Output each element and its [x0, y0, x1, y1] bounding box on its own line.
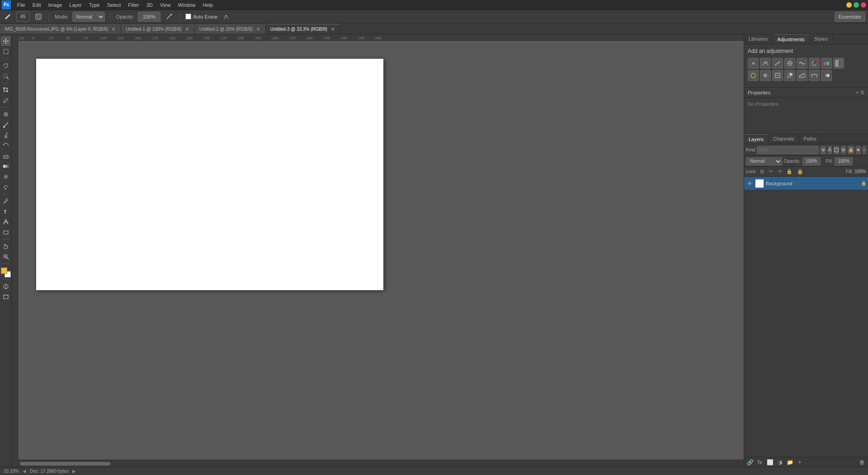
- tool-hand[interactable]: [1, 241, 11, 251]
- adj-icon-vibrance[interactable]: [797, 58, 807, 69]
- menu-type[interactable]: Type: [85, 1, 104, 9]
- adj-icon-invert[interactable]: [784, 70, 795, 81]
- scrollbar-thumb-h[interactable]: [20, 462, 110, 466]
- opacity-input[interactable]: [138, 12, 160, 22]
- essentials-button[interactable]: Essentials: [835, 12, 865, 22]
- properties-panel-header[interactable]: Properties » ☰: [744, 88, 868, 98]
- tab-close-img8938[interactable]: ✕: [111, 26, 116, 32]
- tab-close-untitled3[interactable]: ✕: [330, 26, 335, 32]
- tool-eraser[interactable]: [1, 151, 11, 161]
- adj-icon-gradient-map[interactable]: [821, 70, 832, 81]
- tool-shape[interactable]: [1, 227, 11, 237]
- properties-menu-icon[interactable]: ☰: [860, 90, 864, 95]
- tool-spot-heal[interactable]: [1, 109, 11, 119]
- adj-icon-hsl[interactable]: [809, 58, 820, 69]
- brush-size-icon[interactable]: 65: [16, 12, 30, 22]
- layer-delete-btn[interactable]: 🗑: [858, 458, 866, 466]
- tool-eyedropper[interactable]: [1, 95, 11, 105]
- layers-blend-select[interactable]: Normal Dissolve Multiply Screen: [746, 157, 782, 165]
- brush-preset-icon[interactable]: [33, 12, 43, 22]
- tool-blur[interactable]: [1, 172, 11, 182]
- status-arrow-right[interactable]: ▶: [72, 469, 76, 474]
- adj-tab-adjustments[interactable]: Adjustments: [773, 34, 810, 44]
- layers-tab-layers[interactable]: Layers: [744, 134, 769, 144]
- layer-new-btn[interactable]: +: [796, 458, 804, 466]
- auto-erase-checkbox[interactable]: [185, 14, 191, 19]
- tool-brush[interactable]: [1, 120, 11, 130]
- tool-crop[interactable]: [1, 85, 11, 95]
- color-swatches[interactable]: [1, 268, 11, 277]
- tab-close-untitled1[interactable]: ✕: [184, 26, 190, 32]
- adj-icon-bw[interactable]: [833, 58, 844, 69]
- tool-screen-mode[interactable]: [1, 292, 11, 302]
- status-arrow-left[interactable]: ◀: [23, 469, 26, 474]
- menu-filter[interactable]: Filter: [124, 1, 142, 9]
- layers-filter-icon6[interactable]: ★: [856, 146, 861, 154]
- adj-tab-styles[interactable]: Styles: [810, 34, 833, 44]
- tab-untitled2[interactable]: Untitled-2 @ 25% (RGB/8) ✕: [195, 24, 266, 34]
- lock-artboard-btn[interactable]: 🔒: [786, 168, 793, 175]
- tool-text[interactable]: T: [1, 207, 11, 216]
- lock-all-btn[interactable]: 🔒: [797, 168, 804, 175]
- canvas-scroll-area[interactable]: [18, 41, 744, 460]
- lock-position-btn[interactable]: ✛: [777, 168, 784, 175]
- window-close[interactable]: [861, 2, 866, 8]
- tool-move[interactable]: [1, 36, 11, 46]
- tool-marquee-rect[interactable]: [1, 47, 11, 56]
- adj-icon-channel-mixer[interactable]: [760, 70, 771, 81]
- menu-edit[interactable]: Edit: [29, 1, 45, 9]
- menu-view[interactable]: View: [156, 1, 175, 9]
- menu-window[interactable]: Window: [174, 1, 199, 9]
- layer-adjustment-btn[interactable]: ◑: [776, 458, 784, 466]
- menu-file[interactable]: File: [14, 1, 29, 9]
- adj-icon-colorbalance[interactable]: [821, 58, 832, 69]
- tool-gradient[interactable]: [1, 161, 11, 171]
- layers-filter-toggle[interactable]: ○: [863, 146, 866, 154]
- tab-close-untitled2[interactable]: ✕: [255, 26, 261, 32]
- layers-filter-icon2[interactable]: A: [828, 146, 832, 154]
- layer-mask-btn[interactable]: ⬜: [766, 458, 774, 466]
- properties-expand-icon[interactable]: »: [856, 90, 859, 95]
- adj-icon-threshold[interactable]: [809, 70, 820, 81]
- adj-icon-levels[interactable]: [760, 58, 771, 69]
- layer-group-btn[interactable]: 📁: [786, 458, 794, 466]
- adj-icon-color-lookup[interactable]: [772, 70, 783, 81]
- adj-icon-curves[interactable]: [772, 58, 783, 69]
- tab-img8938[interactable]: IMG_8938-Recovered.JPG @ 4% (Layer 0, RG…: [0, 24, 121, 34]
- adj-icon-photo-filter[interactable]: [748, 70, 759, 81]
- menu-help[interactable]: Help: [199, 1, 217, 9]
- tool-path-select[interactable]: [1, 217, 11, 227]
- tool-stamp[interactable]: [1, 130, 11, 140]
- adj-icon-posterize[interactable]: [797, 70, 807, 81]
- tool-dodge[interactable]: [1, 182, 11, 192]
- menu-select[interactable]: Select: [104, 1, 125, 9]
- layer-visibility-eye[interactable]: 👁: [746, 180, 753, 187]
- tablet-pressure-icon[interactable]: [221, 12, 231, 22]
- tool-quick-mask[interactable]: [1, 282, 11, 292]
- layers-tab-channels[interactable]: Channels: [769, 134, 799, 144]
- adj-icon-brightness[interactable]: ☀: [748, 58, 759, 69]
- window-minimize[interactable]: [846, 2, 852, 8]
- tool-zoom[interactable]: [1, 252, 11, 262]
- layer-fx-btn[interactable]: fx: [756, 458, 764, 466]
- scrollbar-horizontal[interactable]: [18, 460, 744, 467]
- menu-3d[interactable]: 3D: [143, 1, 156, 9]
- layers-search-input[interactable]: [757, 146, 819, 154]
- lock-transparent-btn[interactable]: ⊠: [759, 168, 766, 175]
- layers-opacity-input[interactable]: [802, 157, 821, 165]
- layers-filter-icon4[interactable]: ⚙: [841, 146, 846, 154]
- layers-filter-icon5[interactable]: 🔒: [848, 146, 854, 154]
- adj-icon-exposure[interactable]: [784, 58, 795, 69]
- lock-image-btn[interactable]: ✏: [768, 168, 775, 175]
- adj-tab-libraries[interactable]: Libraries: [744, 34, 773, 44]
- tool-lasso[interactable]: [1, 61, 11, 71]
- layers-filter-icon3[interactable]: [834, 146, 839, 154]
- tool-history-brush[interactable]: [1, 141, 11, 150]
- tab-untitled3[interactable]: Untitled-3 @ 33.3% (RGB/8) ✕: [266, 24, 340, 34]
- layer-item-background[interactable]: 👁 Background 🔒: [744, 177, 868, 190]
- window-restore[interactable]: [854, 2, 859, 8]
- tab-untitled1[interactable]: Untitled-1 @ 100% (RGB/8) ✕: [121, 24, 195, 34]
- tool-pen[interactable]: [1, 196, 11, 206]
- tool-quick-select[interactable]: [1, 71, 11, 81]
- layers-fill-input[interactable]: [835, 157, 853, 165]
